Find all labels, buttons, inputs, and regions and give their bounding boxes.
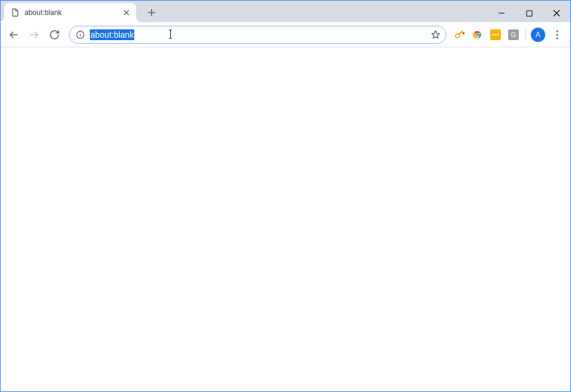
extension-key-icon[interactable] xyxy=(451,26,468,43)
extension-grey-g-icon[interactable]: G xyxy=(505,26,522,43)
svg-point-16 xyxy=(556,34,558,35)
tab-strip: about:blank xyxy=(1,1,570,22)
svg-rect-0 xyxy=(527,11,532,16)
new-tab-button[interactable] xyxy=(143,4,160,21)
svg-text:G: G xyxy=(511,31,516,38)
site-info-icon[interactable] xyxy=(75,30,85,40)
svg-point-5 xyxy=(463,32,464,34)
tab-close-button[interactable] xyxy=(122,8,131,17)
window-close-button[interactable] xyxy=(543,4,570,22)
svg-point-15 xyxy=(556,30,558,32)
window-controls xyxy=(488,4,570,22)
extension-chrome-icon[interactable] xyxy=(469,26,486,43)
url-text-selected: about:blank xyxy=(90,29,134,40)
address-bar[interactable]: about:blank xyxy=(69,26,446,44)
back-button[interactable] xyxy=(4,25,23,44)
reload-button[interactable] xyxy=(45,25,64,44)
svg-point-3 xyxy=(80,32,80,33)
svg-point-17 xyxy=(556,37,558,39)
browser-window: about:blank xyxy=(0,0,571,392)
file-icon xyxy=(10,8,20,17)
url-field[interactable]: about:blank xyxy=(90,26,430,43)
text-cursor-icon xyxy=(168,29,168,40)
svg-point-12 xyxy=(497,34,499,35)
bookmark-star-icon[interactable] xyxy=(430,29,441,40)
chrome-menu-button[interactable] xyxy=(548,25,567,44)
extension-orange-icon[interactable] xyxy=(487,26,504,43)
window-minimize-button[interactable] xyxy=(488,4,515,22)
avatar-initial: A xyxy=(536,31,540,39)
svg-point-11 xyxy=(495,34,497,35)
svg-point-4 xyxy=(455,34,460,38)
page-content-blank xyxy=(1,47,570,391)
tab-active[interactable]: about:blank xyxy=(4,3,136,22)
forward-button[interactable] xyxy=(25,25,44,44)
svg-point-10 xyxy=(493,34,494,35)
profile-avatar[interactable]: A xyxy=(530,26,546,43)
toolbar: about:blank xyxy=(1,22,570,47)
toolbar-separator xyxy=(525,29,526,41)
tab-title: about:blank xyxy=(25,8,122,17)
window-maximize-button[interactable] xyxy=(515,4,543,22)
